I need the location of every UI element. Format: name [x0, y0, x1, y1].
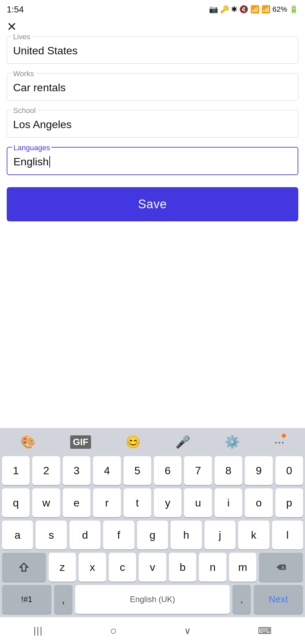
- keyboard-nav-button[interactable]: ⌨: [248, 622, 281, 640]
- emoji-sticker-icon[interactable]: 🎨: [20, 435, 36, 449]
- face-icon[interactable]: 😊: [126, 435, 141, 449]
- bottom-row: !#1 , English (UK) . Next: [2, 585, 303, 614]
- key-u[interactable]: u: [184, 488, 212, 517]
- key-n[interactable]: n: [199, 553, 226, 582]
- key-k[interactable]: k: [238, 521, 269, 549]
- key-0[interactable]: 0: [275, 456, 303, 485]
- school-field[interactable]: School Los Angeles: [7, 110, 298, 138]
- key-w[interactable]: w: [32, 488, 60, 517]
- shift-key[interactable]: [2, 553, 46, 582]
- qwerty-row: q w e r t y u i o p: [2, 488, 303, 517]
- key-5[interactable]: 5: [124, 456, 151, 485]
- space-key[interactable]: English (UK): [75, 585, 230, 614]
- key-3[interactable]: 3: [63, 456, 90, 485]
- key-b[interactable]: b: [169, 553, 197, 582]
- next-key[interactable]: Next: [254, 585, 303, 614]
- key-v[interactable]: v: [139, 553, 166, 582]
- key-9[interactable]: 9: [245, 456, 272, 485]
- languages-field[interactable]: Languages English: [7, 147, 298, 175]
- lives-field[interactable]: Lives United States: [7, 36, 298, 64]
- recents-nav-button[interactable]: ∨: [174, 622, 201, 640]
- keyboard: 🎨 GIF 😊 🎤 ⚙️ ··· 1 2 3 4 5 6 7 8 9 0 q w…: [0, 428, 305, 644]
- school-value[interactable]: Los Angeles: [7, 110, 298, 137]
- key-4[interactable]: 4: [93, 456, 121, 485]
- save-button[interactable]: Save: [7, 187, 298, 221]
- lives-label: Lives: [12, 33, 32, 41]
- key-8[interactable]: 8: [215, 456, 242, 485]
- key-y[interactable]: y: [154, 488, 181, 517]
- bluetooth-icon: ✱: [231, 5, 237, 14]
- key-1[interactable]: 1: [2, 456, 30, 485]
- key-z[interactable]: z: [49, 553, 76, 582]
- key-j[interactable]: j: [205, 521, 235, 549]
- back-nav-button[interactable]: |||: [24, 622, 53, 639]
- number-row: 1 2 3 4 5 6 7 8 9 0: [2, 456, 303, 485]
- home-nav-button[interactable]: ○: [100, 621, 127, 641]
- key-x[interactable]: x: [79, 553, 106, 582]
- key-i[interactable]: i: [215, 488, 242, 517]
- key-q[interactable]: q: [2, 488, 30, 517]
- key-g[interactable]: g: [137, 521, 168, 549]
- keyboard-rows: 1 2 3 4 5 6 7 8 9 0 q w e r t y u i o p …: [0, 455, 305, 614]
- key-d[interactable]: d: [70, 521, 100, 549]
- delete-key[interactable]: [259, 553, 303, 582]
- close-button[interactable]: ✕: [7, 21, 17, 33]
- key-p[interactable]: p: [275, 488, 303, 517]
- comma-key[interactable]: ,: [54, 585, 73, 614]
- zxcv-row: z x c v b n m: [2, 553, 303, 582]
- key-r[interactable]: r: [93, 488, 121, 517]
- wifi-icon: 📶: [250, 5, 259, 14]
- symbols-key[interactable]: !#1: [2, 585, 51, 614]
- camera-icon: 📷: [209, 5, 218, 14]
- works-value[interactable]: Car rentals: [7, 73, 298, 100]
- key-6[interactable]: 6: [154, 456, 181, 485]
- text-cursor: [49, 156, 50, 167]
- settings-icon[interactable]: ⚙️: [225, 435, 240, 449]
- mic-icon[interactable]: 🎤: [175, 435, 190, 449]
- key-s[interactable]: s: [36, 521, 67, 549]
- key-m[interactable]: m: [229, 553, 257, 582]
- key-e[interactable]: e: [63, 488, 90, 517]
- key-o[interactable]: o: [245, 488, 272, 517]
- languages-label: Languages: [12, 144, 51, 152]
- key-a[interactable]: a: [2, 521, 33, 549]
- battery-text: 62%: [272, 5, 287, 14]
- key-t[interactable]: t: [124, 488, 151, 517]
- asdf-row: a s d f g h j k l: [2, 521, 303, 549]
- lives-value[interactable]: United States: [7, 37, 298, 63]
- gif-icon[interactable]: GIF: [70, 435, 91, 449]
- key-7[interactable]: 7: [184, 456, 212, 485]
- more-icon[interactable]: ···: [274, 435, 285, 449]
- signal-icon: 📶: [261, 5, 270, 14]
- top-bar: ✕: [0, 17, 305, 36]
- period-key[interactable]: .: [232, 585, 251, 614]
- mute-icon: 🔇: [239, 5, 248, 14]
- status-icons: 📷 🔑 ✱ 🔇 📶 📶 62% 🔋: [209, 5, 298, 14]
- nav-bar: ||| ○ ∨ ⌨: [0, 617, 305, 644]
- key-c[interactable]: c: [109, 553, 136, 582]
- battery-icon: 🔋: [289, 5, 298, 14]
- notification-dot: [282, 434, 286, 438]
- key-l[interactable]: l: [272, 521, 303, 549]
- form-area: Lives United States Works Car rentals Sc…: [0, 36, 305, 221]
- works-label: Works: [12, 69, 35, 78]
- status-bar: 1:54 📷 🔑 ✱ 🔇 📶 📶 62% 🔋: [0, 0, 305, 17]
- status-time: 1:54: [7, 4, 24, 15]
- school-label: School: [12, 106, 37, 115]
- key-icon: 🔑: [220, 5, 229, 14]
- key-2[interactable]: 2: [32, 456, 60, 485]
- works-field[interactable]: Works Car rentals: [7, 73, 298, 101]
- keyboard-toolbar: 🎨 GIF 😊 🎤 ⚙️ ···: [0, 428, 305, 455]
- key-f[interactable]: f: [103, 521, 134, 549]
- key-h[interactable]: h: [171, 521, 202, 549]
